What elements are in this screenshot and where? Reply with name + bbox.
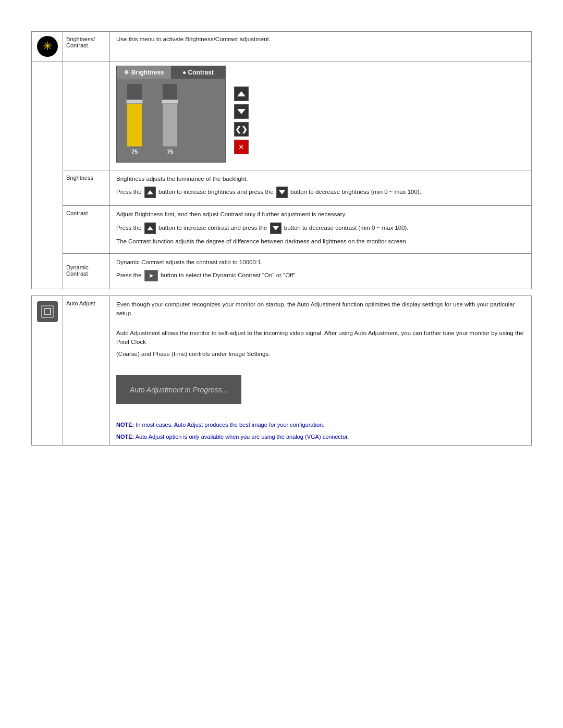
brightness-desc: Brightness adjusts the luminance of the … [110, 170, 531, 205]
bc-content: ☀ Brightness ● Contrast [63, 61, 531, 289]
auto-adjust-desc1: Even though your computer recognizes you… [116, 300, 525, 318]
contrast-desc1: Adjust Brightness first, and then adjust… [116, 210, 525, 219]
brightness-thumb [126, 100, 143, 104]
lr-button[interactable]: ❮❯ [234, 122, 249, 137]
brightness-contrast-icon [37, 36, 58, 57]
brightness-label: Brightness [63, 170, 110, 205]
contrast-desc2: Press the button to increase contrast an… [116, 223, 525, 234]
brightness-down-inline [276, 187, 288, 198]
auto-adjust-note2: NOTE: Auto Adjust option is only availab… [116, 433, 525, 441]
dynamic-contrast-desc1: Dynamic Contrast adjusts the contrast ra… [116, 258, 525, 267]
brightness-value: 75 [131, 149, 138, 155]
dynamic-contrast-desc2: Press the ➤ button to select the Dynamic… [116, 270, 525, 281]
bc-panel-area: ☀ Brightness ● Contrast [110, 61, 531, 170]
brightness-contrast-header-desc: Use this menu to activate Brightness/Con… [110, 32, 531, 61]
auto-adjust-desc2: Auto Adjustment allows the monitor to se… [116, 329, 525, 347]
contrast-down-inline [270, 223, 282, 234]
bc-controls: ❮❯ [234, 87, 249, 154]
auto-adjustment-progress-text: Auto Adjustment in Progress... [130, 386, 228, 394]
contrast-track [163, 84, 177, 146]
auto-adjust-note1: NOTE: In most cases, Auto Adjust produce… [116, 421, 525, 429]
dynamic-contrast-btn-inline: ➤ [144, 270, 158, 281]
auto-adjust-content: Auto Adjust Even though your computer re… [63, 296, 531, 445]
brightness-contrast-icon-cell [32, 32, 63, 61]
auto-adjust-icon-col [32, 296, 63, 445]
dynamic-contrast-section: Dynamic Contrast Dynamic Contrast adjust… [63, 254, 531, 289]
bc-icon-col [32, 61, 63, 289]
auto-adjust-desc-col: Even though your computer recognizes you… [110, 296, 531, 445]
auto-adjust-section: Auto Adjust Even though your computer re… [31, 295, 532, 446]
contrast-slider[interactable]: 75 [163, 84, 177, 157]
contrast-fill [163, 100, 177, 146]
auto-adjust-row: Auto Adjust Even though your computer re… [63, 296, 531, 445]
up-button[interactable] [234, 87, 249, 101]
down-button[interactable] [234, 104, 249, 119]
close-button[interactable] [234, 140, 249, 154]
tab-brightness[interactable]: ☀ Brightness [117, 66, 171, 79]
brightness-contrast-label: Brightness/ Contrast [63, 32, 110, 61]
auto-adjust-icon-inner [41, 305, 54, 318]
contrast-up-inline [144, 223, 156, 234]
bc-tabs: ☀ Brightness ● Contrast [117, 66, 225, 79]
contrast-label: Contrast [63, 206, 110, 253]
auto-adjustment-progress-box: Auto Adjustment in Progress... [116, 375, 241, 404]
brightness-desc1: Brightness adjusts the luminance of the … [116, 175, 525, 183]
dynamic-contrast-desc: Dynamic Contrast adjusts the contrast ra… [110, 254, 531, 289]
brightness-fill [127, 100, 142, 146]
contrast-desc3: The Contrast function adjusts the degree… [116, 237, 525, 246]
auto-adjust-desc3: (Coarse) and Phase (Fine) controls under… [116, 350, 525, 359]
auto-adjust-icon [37, 301, 58, 322]
brightness-up-inline [144, 187, 156, 198]
tab-contrast[interactable]: ● Contrast [171, 66, 225, 79]
brightness-slider[interactable]: 75 [127, 84, 142, 157]
contrast-section: Contrast Adjust Brightness first, and th… [63, 206, 531, 254]
contrast-value: 75 [167, 149, 173, 155]
dynamic-contrast-label: Dynamic Contrast [63, 254, 110, 289]
bc-sliders-area: 75 75 [117, 79, 225, 162]
auto-adjust-label: Auto Adjust [63, 296, 110, 445]
contrast-desc: Adjust Brightness first, and then adjust… [110, 206, 531, 253]
brightness-track [127, 84, 142, 146]
bc-panel: ☀ Brightness ● Contrast [116, 66, 226, 163]
bc-panel-label [63, 61, 110, 170]
brightness-desc2: Press the button to increase brightness … [116, 187, 525, 198]
contrast-thumb [162, 100, 178, 104]
brightness-section: Brightness Brightness adjusts the lumina… [63, 170, 531, 206]
